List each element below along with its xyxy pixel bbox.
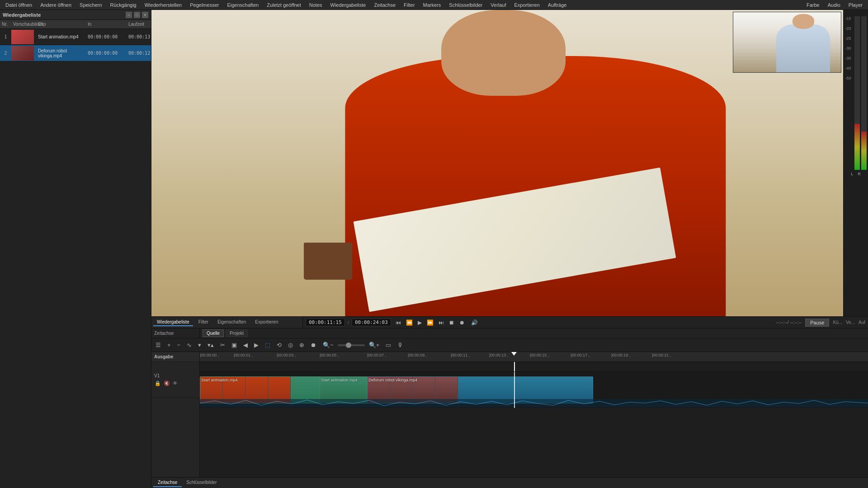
tl-cut-btn[interactable]: ✂ [218,341,227,349]
zoom-out-btn[interactable]: 🔍− [321,341,336,349]
zoom-handle [346,343,351,348]
tl-fit-btn[interactable]: ▭ [383,341,393,349]
ruler-mark: |00:00:13 , [489,353,508,357]
ausgabe-label: Ausgabe [151,352,199,362]
src-tab-projekt[interactable]: Projekt [226,329,248,337]
playlist-row[interactable]: 2 Deforum robot vikinga.mp4 00:00:00:00 … [0,45,151,61]
menu-zuletzt-geoeffnet[interactable]: Zuletzt geöffnet [263,1,305,9]
panel-close-btn[interactable]: × [142,12,148,18]
playhead [514,362,515,371]
playback-skipend-btn[interactable]: ⏭ [437,319,446,327]
tl-back-btn[interactable]: ◀ [241,341,250,349]
tl-overwrite-btn[interactable]: ▾ [196,341,203,349]
tl-fwd-btn[interactable]: ▶ [252,341,261,349]
menu-speichern[interactable]: Speichern [76,1,106,9]
menu-eigenschaften[interactable]: Eigenschaften [223,1,262,9]
tab-exportieren[interactable]: Exportieren [251,319,282,326]
left-panel: Wiedergabeliste − □ × Nr. Vorschaubilder… [0,10,151,488]
tl-lift-btn[interactable]: ∿ [184,341,194,349]
track-lock-btn[interactable]: 🔒 [154,380,161,387]
ruler-mark: |00:00:09 , [408,353,427,357]
track-solo-btn[interactable]: 👁 [172,380,178,387]
menu-markers[interactable]: Markers [420,1,445,9]
row-num: 2 [0,51,11,56]
ruler-mark: |00:00:21 , [652,353,671,357]
center-right: -15 -20 -25 -30 -35 -40 -50 [151,10,868,488]
tl-add-btn[interactable]: + [165,341,173,349]
tl-snap-btn[interactable]: ⬚ [263,341,273,349]
menu-verlauf[interactable]: Verlauf [487,1,509,9]
volume-btn[interactable]: 🔊 [469,319,480,327]
playback-forward-btn[interactable]: ⏩ [425,319,435,327]
playback-play-btn[interactable]: ▶ [416,319,424,327]
tl-loop-btn[interactable]: ◎ [286,341,295,349]
timeline-tracks[interactable]: |00:00:00 , |00:00:01 , |00:00:03 , |00:… [200,352,868,477]
audio-meter: -15 -20 -25 -30 -35 -40 -50 [844,12,867,314]
menu-notes[interactable]: Notes [306,1,326,9]
track-mute-btn[interactable]: 🔇 [163,380,170,387]
bottom-tab-schluesselbilder[interactable]: Schlüsselbilder [182,479,221,487]
tl-ripple-btn[interactable]: ⟲ [274,341,284,349]
playback-rewind-btn[interactable]: ⏪ [404,319,415,327]
zoom-in-btn[interactable]: 🔍+ [367,341,382,349]
tl-all-tracks-btn[interactable]: ⊕ [297,341,307,349]
playlist-panel-header: Wiedergabeliste − □ × [0,10,151,20]
track-name-v1: V1 🔒 🔇 👁 [154,373,178,387]
right-controls: --:--:--/ --:--:-- Pause Kü... Ve... Auf [776,319,865,327]
menu-pegelmesser[interactable]: Pegelmesser [186,1,222,9]
video-area-row: -15 -20 -25 -30 -35 -40 -50 [151,10,868,316]
tl-split-btn[interactable]: ▣ [229,341,239,349]
menu-rueckgaengig[interactable]: Rückgängig [107,1,140,9]
menu-datei-oeffnen[interactable]: Datei öffnen [2,1,36,9]
zeitachse-label-area: Zeitachse [151,328,200,338]
menu-audio[interactable]: Audio [824,1,844,9]
src-tab-quelle[interactable]: Quelle [203,329,224,337]
timeline-toolbar-row: Wiedergabeliste Filter Eigenschaften Exp… [151,317,868,328]
timeline-top-right: 00:00:11:15 / 00:00:24:03 ⏮ ⏪ ▶ ⏩ ⏭ ⏹ ⏺ … [303,317,868,328]
ruler-mark: |00:00:05 , [320,353,339,357]
playback-record-btn[interactable]: ⏺ [458,319,467,327]
menu-wiederherstellen[interactable]: Wiederherstellen [141,1,186,9]
pause-button[interactable]: Pause [805,319,829,327]
menu-schluesselbilder[interactable]: Schlüsselbilder [445,1,486,9]
waveform-svg [200,399,868,407]
menu-player[interactable]: Player [845,1,866,9]
tab-eigenschaften[interactable]: Eigenschaften [214,319,250,326]
scene-mug [304,243,352,279]
menu-wiedergabeliste[interactable]: Wiedergabeliste [327,1,370,9]
menu-auftraege[interactable]: Aufträge [544,1,571,9]
zoom-slider[interactable] [338,344,365,346]
panel-controls: − □ × [126,12,148,18]
tl-remove-btn[interactable]: − [175,341,183,349]
tab-filter[interactable]: Filter [195,319,212,326]
source-tabs-row: Zeitachse Quelle Projekt [151,328,868,338]
v1-track[interactable]: Start animation.mp4 Start animation.mp4 [200,372,868,408]
playback-stop-btn[interactable]: ⏹ [447,319,456,327]
clip-name: Start animation.mp4 [36,33,86,40]
current-time-display[interactable]: 00:00:11:15 [306,319,345,326]
tl-menu-btn[interactable]: ☰ [153,341,163,349]
clip-name: Deforum robot vikinga.mp4 [36,47,86,59]
bottom-tab-zeitachse[interactable]: Zeitachse [153,479,182,487]
panel-restore-btn[interactable]: □ [134,12,140,18]
ruler-mark: |00:00:19 , [611,353,630,357]
tl-record-btn[interactable]: ⏺ [308,341,319,349]
video-preview[interactable] [151,10,843,316]
tl-append-btn[interactable]: ▾▴ [205,341,216,349]
playlist-title: Wiedergabeliste [3,12,41,18]
tl-mic-btn[interactable]: 🎙 [395,341,406,349]
menu-andere-oeffnen[interactable]: Andere öffnen [37,1,75,9]
playlist-row[interactable]: 1 Start animation.mp4 00:00:00:00 00:00:… [0,29,151,45]
menu-bar: Datei öffnen Andere öffnen Speichern Rüc… [0,0,868,10]
menu-zeitachse[interactable]: Zeitachse [370,1,399,9]
zoom-area: 🔍− 🔍+ [321,341,382,349]
clip-label: Deforum robot vikinga.mp4 [368,378,417,382]
tab-wiedergabeliste[interactable]: Wiedergabeliste [153,319,193,326]
menu-filter[interactable]: Filter [400,1,418,9]
menu-farbe[interactable]: Farbe [803,1,823,9]
panel-minimize-btn[interactable]: − [126,12,132,18]
ruler-mark: |00:00:00 , [200,353,219,357]
playback-skipstart-btn[interactable]: ⏮ [394,319,403,327]
menu-exportieren[interactable]: Exportieren [511,1,543,9]
ruler-mark: |00:00:07 , [367,353,386,357]
